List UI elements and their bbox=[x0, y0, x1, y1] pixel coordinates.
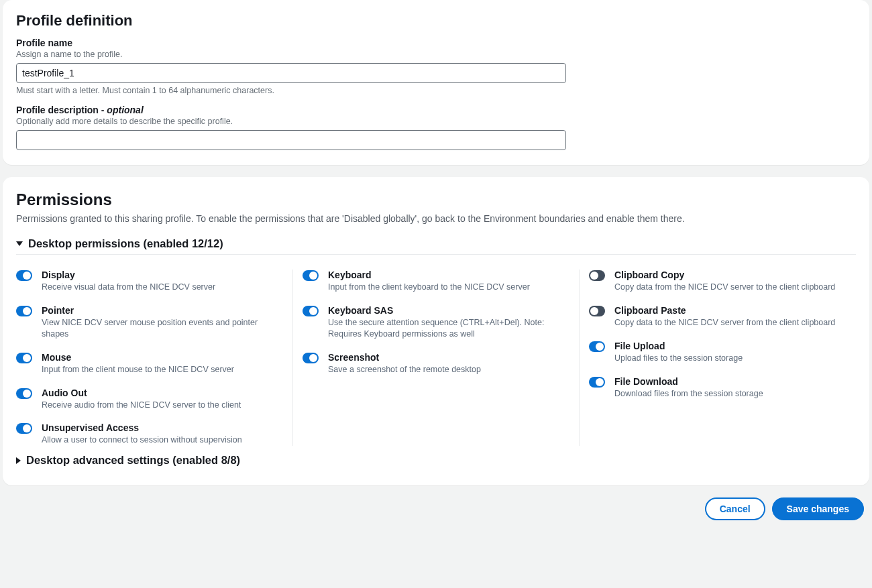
permission-item: PointerView NICE DCV server mouse positi… bbox=[16, 305, 283, 340]
desktop-advanced-title: Desktop advanced settings (enabled 8/8) bbox=[26, 454, 240, 467]
permission-toggle[interactable] bbox=[589, 306, 605, 316]
permission-toggle[interactable] bbox=[303, 353, 319, 363]
permission-title: Clipboard Paste bbox=[614, 305, 856, 316]
permission-title: Unsupervised Access bbox=[42, 422, 283, 433]
permission-desc: Copy data from the NICE DCV server to th… bbox=[614, 282, 856, 293]
permission-item: KeyboardInput from the client keyboard t… bbox=[303, 270, 569, 293]
cancel-button[interactable]: Cancel bbox=[705, 497, 765, 520]
permission-toggle[interactable] bbox=[303, 270, 319, 281]
permission-title: Clipboard Copy bbox=[614, 270, 856, 280]
permissions-column: KeyboardInput from the client keyboard t… bbox=[292, 270, 579, 446]
permission-item: File DownloadDownload files from the ses… bbox=[589, 376, 856, 400]
permissions-column: DisplayReceive visual data from the NICE… bbox=[16, 270, 292, 446]
permission-title: Pointer bbox=[42, 305, 283, 316]
permissions-column: Clipboard CopyCopy data from the NICE DC… bbox=[579, 270, 856, 446]
permission-title: Audio Out bbox=[42, 388, 283, 398]
permission-item: Keyboard SASUse the secure attention seq… bbox=[303, 305, 569, 340]
chevron-right-icon bbox=[16, 457, 21, 464]
permission-toggle[interactable] bbox=[16, 270, 32, 281]
profile-definition-title: Profile definition bbox=[16, 12, 856, 30]
profile-name-constraint: Must start with a letter. Must contain 1… bbox=[16, 86, 856, 95]
save-button[interactable]: Save changes bbox=[772, 497, 864, 520]
permission-title: Keyboard SAS bbox=[328, 305, 569, 316]
permission-desc: Receive audio from the NICE DCV server t… bbox=[42, 400, 283, 411]
profile-desc-label: Profile description - optional bbox=[16, 105, 856, 115]
profile-definition-card: Profile definition Profile name Assign a… bbox=[3, 0, 869, 165]
permission-toggle[interactable] bbox=[589, 341, 605, 352]
permission-item: ScreenshotSave a screenshot of the remot… bbox=[303, 352, 569, 375]
permission-item: File UploadUpload files to the session s… bbox=[589, 341, 856, 364]
permission-toggle[interactable] bbox=[16, 306, 32, 316]
permission-desc: Allow a user to connect to session witho… bbox=[42, 434, 283, 446]
profile-name-hint: Assign a name to the profile. bbox=[16, 50, 856, 59]
chevron-down-icon bbox=[16, 241, 23, 246]
permission-toggle[interactable] bbox=[16, 388, 32, 399]
permission-toggle[interactable] bbox=[589, 270, 605, 281]
permissions-grid: DisplayReceive visual data from the NICE… bbox=[16, 264, 856, 449]
permission-toggle[interactable] bbox=[16, 423, 32, 434]
profile-desc-optional: optional bbox=[107, 105, 143, 115]
permission-desc: Use the secure attention sequence (CTRL+… bbox=[328, 317, 569, 340]
permission-desc: Receive visual data from the NICE DCV se… bbox=[42, 282, 283, 293]
permission-desc: Upload files to the session storage bbox=[614, 353, 856, 364]
permission-title: Keyboard bbox=[328, 270, 569, 280]
footer: Cancel Save changes bbox=[3, 497, 869, 520]
desktop-permissions-toggle[interactable]: Desktop permissions (enabled 12/12) bbox=[16, 237, 856, 255]
permission-toggle[interactable] bbox=[303, 306, 319, 316]
permission-desc: Save a screenshot of the remote desktop bbox=[328, 364, 569, 375]
permission-item: Unsupervised AccessAllow a user to conne… bbox=[16, 422, 283, 446]
permission-item: DisplayReceive visual data from the NICE… bbox=[16, 270, 283, 293]
profile-name-label: Profile name bbox=[16, 38, 856, 48]
permission-title: File Upload bbox=[614, 341, 856, 351]
desktop-permissions-title: Desktop permissions (enabled 12/12) bbox=[28, 237, 223, 250]
permission-desc: Download files from the session storage bbox=[614, 388, 856, 400]
permission-item: Clipboard PasteCopy data to the NICE DCV… bbox=[589, 305, 856, 329]
permission-item: Clipboard CopyCopy data from the NICE DC… bbox=[589, 270, 856, 293]
permission-item: MouseInput from the client mouse to the … bbox=[16, 352, 283, 375]
permission-desc: Copy data to the NICE DCV server from th… bbox=[614, 317, 856, 329]
permission-title: File Download bbox=[614, 376, 856, 387]
permission-desc: Input from the client keyboard to the NI… bbox=[328, 282, 569, 293]
profile-desc-input[interactable] bbox=[16, 130, 566, 150]
permission-toggle[interactable] bbox=[589, 377, 605, 388]
permissions-title: Permissions bbox=[16, 190, 856, 209]
permission-toggle[interactable] bbox=[16, 353, 32, 363]
desktop-advanced-toggle[interactable]: Desktop advanced settings (enabled 8/8) bbox=[16, 454, 856, 471]
permissions-desc: Permissions granted to this sharing prof… bbox=[16, 213, 856, 224]
permission-title: Screenshot bbox=[328, 352, 569, 363]
profile-desc-label-text: Profile description - bbox=[16, 105, 107, 115]
permission-desc: View NICE DCV server mouse position even… bbox=[42, 317, 283, 340]
profile-desc-hint: Optionally add more details to describe … bbox=[16, 117, 856, 126]
permission-desc: Input from the client mouse to the NICE … bbox=[42, 364, 283, 375]
permissions-card: Permissions Permissions granted to this … bbox=[3, 177, 869, 485]
permission-item: Audio OutReceive audio from the NICE DCV… bbox=[16, 388, 283, 411]
profile-name-input[interactable] bbox=[16, 63, 566, 83]
permission-title: Mouse bbox=[42, 352, 283, 363]
permission-title: Display bbox=[42, 270, 283, 280]
